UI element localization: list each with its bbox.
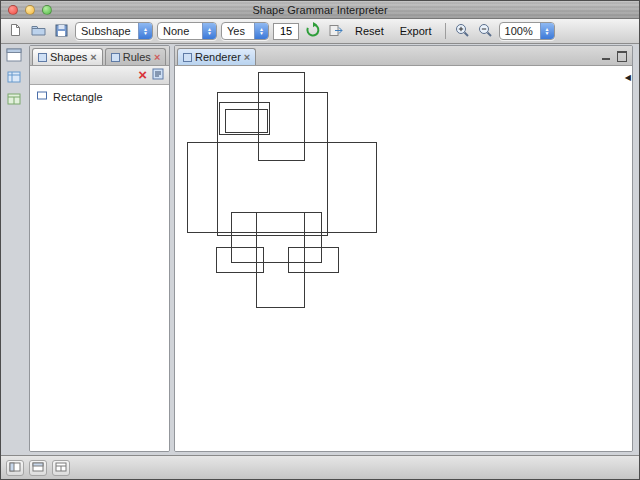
zoom-window-button[interactable] xyxy=(42,5,52,15)
grammar-rect xyxy=(218,93,328,236)
rectangle-shape-icon xyxy=(36,90,48,103)
show-view-icon xyxy=(32,462,44,474)
tab-rules[interactable]: Rules × xyxy=(105,48,167,65)
delete-shape-button[interactable]: × xyxy=(138,68,147,82)
close-tab-icon[interactable]: × xyxy=(90,52,96,62)
shapes-tab-icon xyxy=(38,53,47,62)
rules-fastview-button[interactable] xyxy=(4,91,24,108)
zoom-out-icon xyxy=(478,23,493,40)
minimize-panel-icon[interactable] xyxy=(168,50,170,61)
close-tab-icon[interactable]: × xyxy=(244,52,250,62)
grammar-rect xyxy=(289,248,339,273)
editor-area-button[interactable] xyxy=(52,460,70,476)
run-refresh-icon xyxy=(305,22,321,40)
renderer-tab-icon xyxy=(183,53,192,62)
app-window: Shape Grammar Interpreter Subshape ▲▼ No… xyxy=(0,0,640,480)
subshape-select[interactable]: Subshape ▲▼ xyxy=(75,22,153,40)
step-icon xyxy=(328,23,344,40)
tab-shapes-label: Shapes xyxy=(50,51,87,63)
combo-stepper-icon: ▲▼ xyxy=(202,23,216,39)
combo-stepper-icon: ▲▼ xyxy=(540,23,554,39)
tab-renderer-label: Renderer xyxy=(195,51,241,63)
rule-select-value: None xyxy=(158,25,202,37)
reset-button[interactable]: Reset xyxy=(349,23,390,39)
grammar-rect xyxy=(232,213,322,263)
zoom-level-value: 100% xyxy=(500,25,540,37)
iterations-input[interactable] xyxy=(273,23,299,40)
save-button[interactable] xyxy=(52,21,71,41)
panel-minmax xyxy=(168,50,170,65)
shapes-fastview-button[interactable] xyxy=(4,69,24,86)
renderer-panel-tabbar: Renderer × xyxy=(175,46,632,66)
shapes-view-icon xyxy=(7,71,21,85)
form-icon xyxy=(151,71,165,83)
subshape-select-value: Subshape xyxy=(76,25,138,37)
new-file-icon xyxy=(9,23,22,39)
main-toolbar: Subshape ▲▼ None ▲▼ Yes ▲▼ Reset Export xyxy=(1,19,639,44)
rules-tab-icon xyxy=(111,53,120,62)
fast-view-icon xyxy=(9,462,21,474)
editor-area-icon xyxy=(55,462,67,474)
zoom-out-button[interactable] xyxy=(476,21,495,41)
grammar-rect xyxy=(220,103,270,135)
rules-view-icon xyxy=(7,93,21,107)
shapes-panel: Shapes × Rules × × xyxy=(29,45,170,452)
tab-shapes[interactable]: Shapes × xyxy=(32,48,103,65)
grammar-rect xyxy=(188,143,377,233)
fast-view-button[interactable] xyxy=(6,460,24,476)
minimize-window-button[interactable] xyxy=(25,5,35,15)
shapes-tree: Rectangle xyxy=(30,85,169,451)
open-folder-icon xyxy=(31,24,46,38)
shapes-view-toolbar: × xyxy=(30,66,169,85)
perspective-button[interactable] xyxy=(4,47,24,64)
zoom-level-select[interactable]: 100% ▲▼ xyxy=(499,22,555,40)
save-disk-icon xyxy=(55,24,68,39)
close-window-button[interactable] xyxy=(8,5,18,15)
combo-stepper-icon: ▲▼ xyxy=(138,23,152,39)
renderer-panel: Renderer × ◀ xyxy=(174,45,633,452)
grammar-rect xyxy=(226,110,268,133)
show-view-button[interactable] xyxy=(29,460,47,476)
toolbar-separator xyxy=(445,23,446,39)
tree-item-label: Rectangle xyxy=(53,91,103,103)
tab-renderer[interactable]: Renderer × xyxy=(177,48,256,65)
export-button[interactable]: Export xyxy=(394,23,438,39)
close-tab-icon[interactable]: × xyxy=(154,52,160,62)
traffic-lights xyxy=(8,5,52,15)
shapes-panel-tabbar: Shapes × Rules × xyxy=(30,46,169,66)
collapse-arrow-icon[interactable]: ◀ xyxy=(625,74,631,82)
new-file-button[interactable] xyxy=(6,21,25,41)
fast-view-bar xyxy=(1,44,27,455)
grammar-rect xyxy=(259,73,305,161)
perspective-icon xyxy=(6,48,22,64)
tree-item-rectangle[interactable]: Rectangle xyxy=(30,86,169,105)
labels-select-value: Yes xyxy=(222,25,254,37)
tab-rules-label: Rules xyxy=(123,51,151,63)
renderer-canvas-svg[interactable] xyxy=(175,66,632,451)
renderer-canvas[interactable]: ◀ xyxy=(175,66,632,451)
titlebar: Shape Grammar Interpreter xyxy=(1,1,639,19)
step-derivation-button[interactable] xyxy=(326,21,345,41)
panel-minmax xyxy=(601,50,630,65)
zoom-in-button[interactable] xyxy=(453,21,472,41)
rule-select[interactable]: None ▲▼ xyxy=(157,22,217,40)
statusbar xyxy=(1,455,639,479)
run-derivation-button[interactable] xyxy=(303,21,322,41)
combo-stepper-icon: ▲▼ xyxy=(254,23,268,39)
labels-select[interactable]: Yes ▲▼ xyxy=(221,22,269,40)
zoom-in-icon xyxy=(455,23,470,40)
red-x-icon: × xyxy=(138,66,147,83)
workbench-body: Shapes × Rules × × xyxy=(1,44,639,455)
window-title: Shape Grammar Interpreter xyxy=(1,4,639,16)
maximize-panel-icon[interactable] xyxy=(616,50,627,61)
open-button[interactable] xyxy=(29,21,48,41)
edit-shape-button[interactable] xyxy=(151,67,165,83)
minimize-panel-icon[interactable] xyxy=(601,50,612,61)
